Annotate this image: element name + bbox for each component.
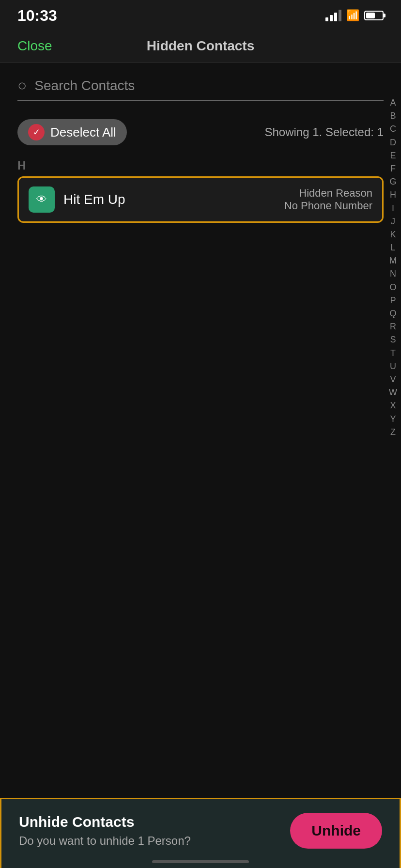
status-icons: 📶: [325, 9, 384, 22]
alpha-letter-v[interactable]: V: [390, 373, 396, 386]
toolbar-row: ✓ Deselect All Showing 1. Selected: 1: [0, 110, 401, 154]
alpha-letter-u[interactable]: U: [390, 360, 396, 372]
hidden-reason-value: No Phone Number: [284, 200, 372, 212]
contacts-area: H 👁 Hit Em Up Hidden Reason No Phone Num…: [0, 154, 401, 223]
search-icon: ○: [17, 77, 27, 94]
alpha-letter-q[interactable]: Q: [389, 308, 396, 320]
battery-icon: [364, 11, 384, 20]
signal-icon: [325, 10, 341, 21]
showing-count: Showing 1. Selected: 1: [265, 125, 384, 139]
alpha-letter-o[interactable]: O: [389, 281, 396, 294]
alpha-letter-s[interactable]: S: [390, 334, 396, 346]
search-input[interactable]: [34, 78, 384, 93]
unhide-title: Unhide Contacts: [19, 814, 290, 830]
hidden-reason-label: Hidden Reason: [284, 187, 372, 200]
contact-right: Hidden Reason No Phone Number: [284, 187, 372, 212]
alpha-letter-d[interactable]: D: [390, 137, 396, 149]
alpha-letter-x[interactable]: X: [390, 400, 396, 412]
alpha-letter-b[interactable]: B: [390, 110, 396, 122]
check-icon: ✓: [28, 124, 45, 140]
nav-bar: Close Hidden Contacts: [0, 29, 401, 63]
alpha-letter-y[interactable]: Y: [390, 413, 396, 425]
search-container: ○: [0, 63, 401, 110]
alpha-letter-j[interactable]: J: [391, 216, 395, 228]
alpha-letter-w[interactable]: W: [389, 387, 397, 399]
alpha-letter-h[interactable]: H: [390, 189, 396, 201]
alpha-letter-t[interactable]: T: [390, 347, 396, 359]
close-button[interactable]: Close: [17, 38, 52, 54]
deselect-label: Deselect All: [50, 125, 116, 140]
alpha-letter-p[interactable]: P: [390, 294, 396, 307]
deselect-all-button[interactable]: ✓ Deselect All: [17, 119, 127, 145]
contact-item[interactable]: 👁 Hit Em Up Hidden Reason No Phone Numbe…: [17, 176, 384, 223]
unhide-button[interactable]: Unhide: [290, 813, 382, 849]
alpha-letter-f[interactable]: F: [390, 163, 396, 175]
alpha-letter-a[interactable]: A: [390, 97, 396, 109]
alpha-letter-n[interactable]: N: [390, 268, 396, 280]
unhide-subtitle: Do you want to unhide 1 Person?: [19, 834, 290, 848]
alpha-letter-c[interactable]: C: [390, 123, 396, 135]
page-title: Hidden Contacts: [147, 38, 254, 54]
alphabet-index[interactable]: ABCDEFGHIJKLMNOPQRSTUVWXYZ: [389, 97, 397, 438]
eye-icon: 👁: [36, 193, 47, 206]
alpha-letter-k[interactable]: K: [390, 229, 396, 241]
alpha-letter-z[interactable]: Z: [390, 426, 396, 438]
wifi-icon: 📶: [346, 9, 359, 22]
bottom-sheet-text: Unhide Contacts Do you want to unhide 1 …: [19, 814, 290, 848]
alpha-letter-i[interactable]: I: [392, 202, 394, 215]
search-bar: ○: [17, 77, 384, 101]
home-indicator: [152, 860, 249, 863]
alpha-letter-l[interactable]: L: [390, 242, 395, 254]
avatar: 👁: [29, 186, 55, 213]
contact-name: Hit Em Up: [63, 192, 125, 207]
section-letter-h: H: [17, 154, 384, 176]
alpha-letter-e[interactable]: E: [390, 150, 396, 162]
alpha-letter-m[interactable]: M: [389, 255, 397, 267]
bottom-sheet: Unhide Contacts Do you want to unhide 1 …: [0, 798, 401, 868]
contact-left: 👁 Hit Em Up: [29, 186, 125, 213]
status-bar: 10:33 📶: [0, 0, 401, 29]
alpha-letter-g[interactable]: G: [389, 176, 396, 188]
status-time: 10:33: [17, 7, 57, 25]
alpha-letter-r[interactable]: R: [390, 321, 396, 333]
